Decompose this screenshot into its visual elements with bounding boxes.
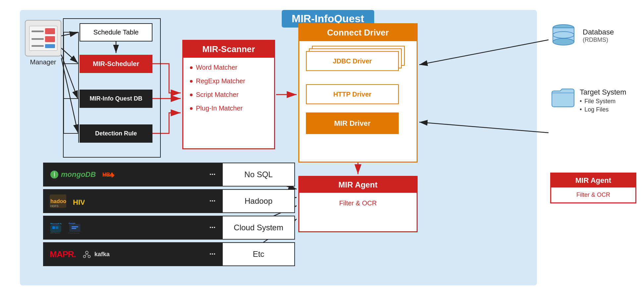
http-driver-card: HTTP Driver — [306, 84, 399, 104]
mir-agent-main-body: Filter & OCR — [299, 193, 417, 214]
etc-logos: MAPR. kafka ··· — [43, 242, 222, 266]
bullet-log: • — [580, 106, 582, 113]
bullet-fs: • — [580, 98, 582, 105]
mir-scheduler-box: MIR-Scheduler — [80, 55, 152, 73]
bullet-2 — [190, 80, 193, 83]
mir-scanner-title: MIR-Scanner — [183, 41, 274, 58]
nosql-dots: ··· — [209, 170, 215, 179]
etc-label: Etc — [222, 242, 295, 266]
mir-agent-side-title: MIR Agent — [551, 174, 635, 187]
target-system-section: Target System • File System • Log Files — [550, 86, 636, 113]
connect-driver-box: Connect Driver JDBC Driver HTTP Driver M… — [298, 23, 418, 163]
target-system-icon — [550, 86, 575, 108]
target-item-log: • Log Files — [580, 106, 626, 113]
manager-text-line-1 — [31, 31, 44, 32]
target-item-fs: • File System — [580, 98, 626, 105]
svg-point-24 — [553, 38, 574, 45]
mapr-logo: MAPR. — [50, 249, 76, 259]
hadoop-icon: hadoop HDFS — [50, 194, 66, 208]
manager-text-line-2 — [31, 38, 44, 40]
manager-rect-block-2 — [45, 36, 55, 42]
mapr-text: MAPR. — [50, 249, 76, 259]
svg-line-21 — [87, 254, 88, 256]
svg-text:HDFS: HDFS — [50, 204, 59, 208]
data-rows-container: mongoDB APACHE HBASE ··· No SQL hadoop H… — [43, 163, 295, 269]
nosql-label: No SQL — [222, 163, 295, 186]
kafka-logo: kafka — [83, 250, 110, 258]
schedule-table-box: Schedule Table — [80, 23, 152, 41]
database-label: Database — [583, 28, 614, 37]
hadoop-label: Hadoop — [222, 189, 295, 213]
svg-text:HIVE: HIVE — [73, 198, 85, 206]
target-log-text: Log Files — [584, 106, 609, 113]
hadoop-logo: hadoop HDFS — [50, 194, 66, 208]
detection-rule-box: Detection Rule — [80, 124, 152, 143]
target-labels: Target System • File System • Log Files — [580, 86, 626, 113]
database-icon — [550, 23, 577, 48]
svg-text:Microsoft Azure: Microsoft Azure — [50, 223, 62, 225]
svg-point-25 — [553, 32, 574, 38]
svg-text:Google: Google — [69, 222, 76, 224]
hbase-icon: APACHE HBASE — [102, 170, 114, 179]
gcs-icon: Google Cloud Storage — [68, 222, 82, 234]
cloud-label: Cloud System — [222, 216, 295, 240]
mir-driver-card: MIR Driver — [306, 112, 399, 134]
bullet-4 — [190, 107, 193, 110]
mir-scanner-box: MIR-Scanner Word Matcher RegExp Matcher … — [182, 40, 275, 149]
manager-line-row-1 — [31, 28, 55, 34]
azure-icon: Microsoft Azure Blob Storage — [50, 222, 62, 234]
cloud-logos: Microsoft Azure Blob Storage Google Clou… — [43, 216, 222, 240]
svg-line-20 — [85, 254, 87, 256]
kafka-icon — [83, 250, 91, 258]
svg-rect-14 — [72, 228, 76, 229]
plugin-matcher-label: Plug-In Matcher — [196, 105, 243, 112]
bullet-1 — [190, 66, 193, 69]
mir-agent-side-body: Filter & OCR — [551, 187, 635, 202]
mir-scanner-body: Word Matcher RegExp Matcher Script Match… — [183, 58, 274, 124]
mir-agent-main-title: MIR Agent — [299, 177, 417, 193]
mir-scanner-item-1: Word Matcher — [190, 64, 267, 71]
database-sublabel: (RDBMS) — [583, 37, 614, 43]
target-system-label: Target System — [580, 88, 626, 97]
data-row-cloud: Microsoft Azure Blob Storage Google Clou… — [43, 216, 295, 240]
script-matcher-label: Script Matcher — [196, 91, 239, 99]
nosql-logos: mongoDB APACHE HBASE ··· — [43, 163, 222, 186]
hbase-logo: APACHE HBASE — [102, 170, 114, 179]
target-fs-text: File System — [584, 98, 615, 105]
hive-icon: HIVE — [73, 195, 85, 207]
manager-line-row-2 — [31, 36, 55, 42]
etc-dots: ··· — [209, 250, 215, 258]
jdbc-card-front: JDBC Driver — [306, 51, 399, 71]
mir-agent-side-box: MIR Agent Filter & OCR — [550, 173, 636, 203]
manager-section: Manager — [25, 20, 61, 66]
jdbc-stack: JDBC Driver — [306, 46, 409, 76]
mongodb-logo: mongoDB — [50, 170, 96, 179]
cloud-dots: ··· — [209, 223, 215, 232]
data-row-hadoop: hadoop HDFS HIVE ··· Hadoop — [43, 189, 295, 213]
gcs-logo: Google Cloud Storage — [68, 222, 82, 234]
mir-scanner-item-3: Script Matcher — [190, 91, 267, 99]
mongodb-text: mongoDB — [61, 170, 96, 179]
data-row-nosql: mongoDB APACHE HBASE ··· No SQL — [43, 163, 295, 186]
mir-scanner-item-4: Plug-In Matcher — [190, 105, 267, 112]
word-matcher-label: Word Matcher — [196, 64, 237, 71]
hadoop-dots: ··· — [209, 197, 215, 205]
manager-screen — [29, 26, 57, 51]
manager-rect-block-blue — [45, 44, 55, 48]
svg-text:Cloud Storage: Cloud Storage — [69, 232, 79, 234]
svg-rect-9 — [56, 226, 58, 229]
bullet-3 — [190, 94, 193, 96]
svg-text:Blob Storage: Blob Storage — [50, 232, 60, 234]
database-section: Database (RDBMS) — [550, 23, 636, 48]
kafka-text: kafka — [94, 251, 110, 258]
manager-line-row-3 — [31, 44, 55, 48]
svg-rect-8 — [52, 226, 55, 229]
target-system-row: Target System • File System • Log Files — [550, 86, 636, 113]
svg-rect-13 — [72, 226, 78, 227]
mongodb-icon — [50, 170, 59, 179]
svg-point-17 — [86, 251, 88, 254]
manager-rect-block-1 — [45, 28, 55, 34]
manager-text-line-3 — [31, 45, 44, 47]
regexp-matcher-label: RegExp Matcher — [196, 77, 245, 85]
svg-text:hadoop: hadoop — [50, 198, 66, 204]
